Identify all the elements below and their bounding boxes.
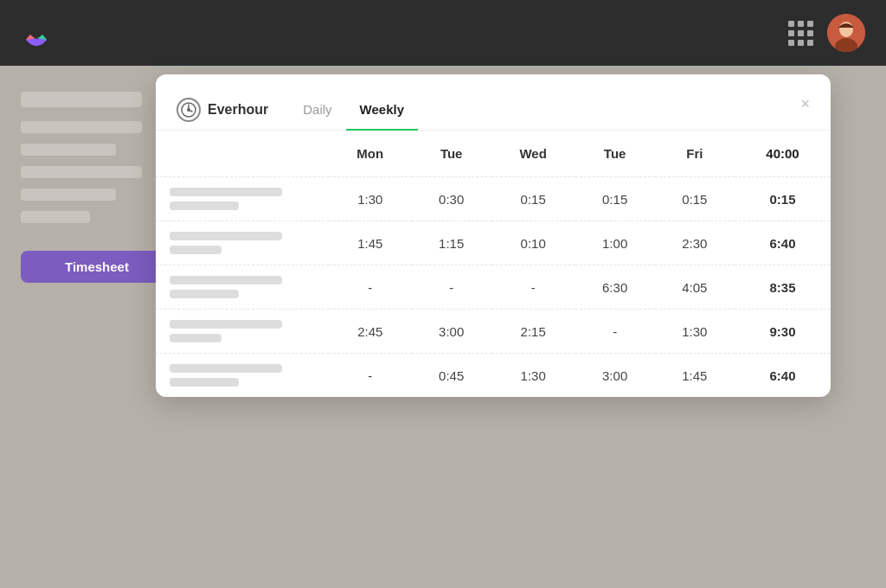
label-bar bbox=[170, 334, 222, 342]
sidebar-placeholder-header bbox=[21, 92, 142, 107]
modal-header: Everhour Daily Weekly × bbox=[156, 74, 831, 131]
timesheet-button[interactable]: Timesheet bbox=[21, 251, 173, 283]
cell-wed: 1:30 bbox=[491, 354, 575, 398]
cell-total: 9:30 bbox=[735, 310, 831, 354]
cell-thu: - bbox=[575, 310, 655, 354]
cell-mon: - bbox=[329, 265, 412, 310]
table-row: - - - 6:30 4:05 8:35 bbox=[156, 265, 831, 310]
label-bar bbox=[170, 364, 282, 373]
topbar bbox=[0, 0, 886, 66]
modal-logo-text: Everhour bbox=[208, 102, 268, 118]
header-wed: Wed bbox=[491, 131, 575, 177]
sidebar-placeholder-item bbox=[21, 211, 90, 223]
table-row: - 0:45 1:30 3:00 1:45 6:40 bbox=[156, 354, 831, 398]
label-bar bbox=[170, 246, 222, 254]
everhour-icon bbox=[177, 98, 201, 122]
header-mon: Mon bbox=[329, 131, 412, 177]
sidebar: Timesheet bbox=[21, 83, 173, 283]
sidebar-placeholder-item bbox=[21, 121, 142, 133]
cell-tue: - bbox=[412, 265, 491, 310]
table-row: 1:30 0:30 0:15 0:15 0:15 0:15 bbox=[156, 177, 831, 221]
grid-icon[interactable] bbox=[788, 21, 813, 46]
cell-fri: 4:05 bbox=[655, 265, 735, 310]
cell-tue: 1:15 bbox=[412, 221, 491, 265]
tab-daily[interactable]: Daily bbox=[289, 90, 345, 131]
label-bar bbox=[170, 276, 282, 284]
timesheet-table: Mon Tue Wed Tue Fri 40:00 bbox=[156, 131, 831, 397]
label-bar bbox=[170, 320, 282, 329]
tab-weekly[interactable]: Weekly bbox=[346, 90, 418, 131]
cell-total: 6:40 bbox=[735, 354, 831, 398]
sidebar-placeholder-item bbox=[21, 166, 142, 178]
cell-mon: 1:30 bbox=[329, 177, 412, 221]
avatar[interactable] bbox=[827, 14, 865, 52]
header-total: 40:00 bbox=[735, 131, 831, 177]
cell-fri: 1:45 bbox=[655, 354, 735, 398]
label-bar bbox=[170, 378, 239, 387]
cell-thu: 3:00 bbox=[575, 354, 655, 398]
topbar-right bbox=[788, 14, 865, 52]
cell-wed: 2:15 bbox=[491, 310, 575, 354]
cell-mon: 2:45 bbox=[329, 310, 412, 354]
row-label bbox=[156, 265, 329, 310]
cell-tue: 0:30 bbox=[412, 177, 491, 221]
label-bar bbox=[170, 201, 239, 210]
cell-fri: 2:30 bbox=[655, 221, 735, 265]
label-bar bbox=[170, 188, 282, 196]
cell-total: 6:40 bbox=[735, 221, 831, 265]
header-empty bbox=[156, 131, 329, 177]
label-bar bbox=[170, 232, 282, 240]
cell-thu: 0:15 bbox=[575, 177, 655, 221]
modal-logo: Everhour bbox=[177, 98, 268, 122]
table-row: 1:45 1:15 0:10 1:00 2:30 6:40 bbox=[156, 221, 831, 265]
main-area: Timesheet Everhour Daily Weekly × bbox=[0, 66, 886, 300]
modal-card: Everhour Daily Weekly × Mon Tue Wed Tue … bbox=[156, 74, 831, 397]
cell-wed: 0:15 bbox=[491, 177, 575, 221]
row-label bbox=[156, 354, 329, 398]
cell-fri: 1:30 bbox=[655, 310, 735, 354]
table-header-row: Mon Tue Wed Tue Fri 40:00 bbox=[156, 131, 831, 177]
cell-fri: 0:15 bbox=[655, 177, 735, 221]
cell-mon: - bbox=[329, 354, 412, 398]
header-fri: Fri bbox=[655, 131, 735, 177]
cell-wed: - bbox=[491, 265, 575, 310]
cell-wed: 0:10 bbox=[491, 221, 575, 265]
row-label bbox=[156, 177, 329, 221]
sidebar-placeholder-item bbox=[21, 189, 116, 201]
sidebar-placeholder-item bbox=[21, 144, 116, 156]
table-row: 2:45 3:00 2:15 - 1:30 9:30 bbox=[156, 310, 831, 354]
row-label bbox=[156, 221, 329, 265]
cell-tue: 3:00 bbox=[412, 310, 491, 354]
cell-total: 8:35 bbox=[735, 265, 831, 310]
cell-thu: 6:30 bbox=[575, 265, 655, 310]
cell-mon: 1:45 bbox=[329, 221, 412, 265]
header-tue2: Tue bbox=[575, 131, 655, 177]
app-logo[interactable] bbox=[21, 17, 52, 48]
cell-thu: 1:00 bbox=[575, 221, 655, 265]
cell-tue: 0:45 bbox=[412, 354, 491, 398]
cell-total: 0:15 bbox=[735, 177, 831, 221]
header-tue1: Tue bbox=[412, 131, 491, 177]
label-bar bbox=[170, 290, 239, 298]
row-label bbox=[156, 310, 329, 354]
close-button[interactable]: × bbox=[800, 96, 810, 124]
